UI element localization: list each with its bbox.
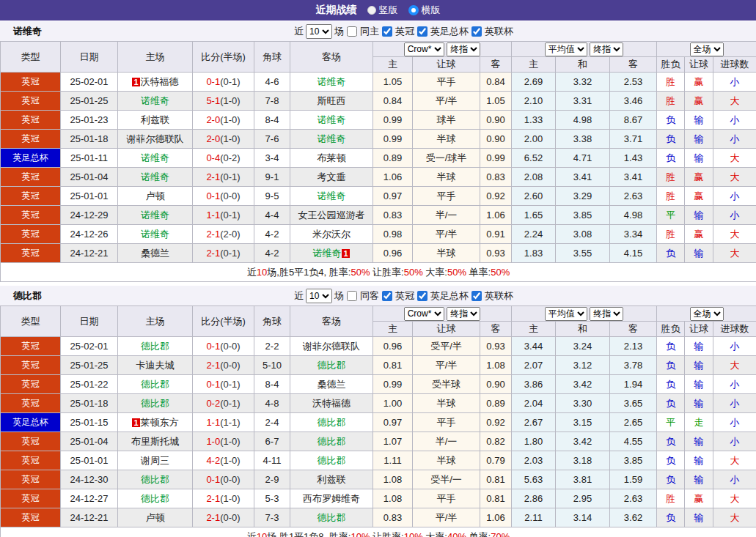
eu-away-odds: 2.63 [610,187,657,206]
ah-away-odds: 1.06 [480,508,512,527]
ah-handicap: 半/一 [413,206,480,225]
result-goals: 小 [713,206,756,225]
league-cell: 英冠 [1,73,61,92]
result-goals: 小 [713,394,756,413]
radio-vertical-icon [367,6,376,15]
home-team-cell: 诺维奇 [118,92,193,111]
results-table-norwich: 类型 日期 主场 比分(半场) 角球 客场 Crow* 终指 平均值 终指 全场 [0,41,756,282]
team-label: 诺维奇 [141,95,169,106]
team-label: 德比郡 [141,379,169,390]
league-championship-checkbox[interactable] [382,26,392,37]
ah-home-odds: 0.89 [373,149,413,168]
league-facup-checkbox[interactable] [417,26,427,37]
result-wdl: 负 [657,375,685,394]
team-label: 桑德兰 [141,248,169,259]
half-time-score: (0-1) [220,379,240,390]
ah-home-odds: 1.08 [373,470,413,489]
away-team-cell: 布莱顿 [290,149,373,168]
ah-away-odds: 0.82 [480,432,512,451]
recent-count-select[interactable]: 10 [306,24,332,39]
date-cell: 25-01-18 [61,130,118,149]
match-row: 英冠24-12-29诺维奇1-1(0-1)4-4女王公园巡游者0.83半/一1.… [1,206,756,225]
summary-segment: 单率: [466,531,491,537]
radio-vertical-layout[interactable]: 竖版 [367,4,398,17]
same-venue-checkbox[interactable] [347,26,357,37]
eu-draw-odds: 3.18 [556,451,610,470]
result-handicap: 输 [685,149,713,168]
radio-vertical-label: 竖版 [379,4,398,17]
score-cell: 1-1(1-1) [193,413,254,432]
corner-cell: 9-1 [254,168,290,187]
bookmaker-select[interactable]: Crow* [404,307,444,321]
half-time-score: (1-0) [220,455,240,466]
corner-cell: 6-7 [254,432,290,451]
ah-home-odds: 0.98 [373,225,413,244]
col-type: 类型 [1,42,61,73]
ah-handicap: 半球 [413,130,480,149]
col-handicap-result: 让球 [685,322,713,337]
col-eu-away: 客 [610,57,657,73]
ah-away-odds: 0.79 [480,451,512,470]
league-eflcup-checkbox[interactable] [471,291,482,301]
ah-home-odds: 0.83 [373,508,413,527]
eu-away-odds: 3.65 [610,394,657,413]
same-venue-checkbox[interactable] [347,291,357,301]
eu-draw-odds: 3.42 [556,432,610,451]
team-label: 谢菲尔德联队 [303,341,360,352]
result-wdl: 平 [657,413,685,432]
ah-away-odds: 0.81 [480,470,512,489]
eu-stage-select[interactable]: 终指 [590,42,623,56]
league-facup-checkbox[interactable] [417,291,427,301]
full-time-score: 0-4 [206,152,220,163]
average-select[interactable]: 平均值 [545,42,587,56]
ah-away-odds: 1.08 [480,356,512,375]
half-time-score: (1-0) [220,133,240,144]
ah-handicap: 半球 [413,394,480,413]
ah-stage-select[interactable]: 终指 [447,42,480,56]
score-cell: 2-1(1-0) [193,489,254,508]
col-away: 客场 [290,42,373,73]
match-row: 英冠25-01-01卢顿0-1(0-0)9-5诺维奇0.97平手0.922.60… [1,187,756,206]
col-ah-handicap: 让球 [413,57,480,73]
result-goals: 小 [713,432,756,451]
home-team-cell: 利兹联 [118,111,193,130]
result-wdl: 胜 [657,489,685,508]
ah-handicap: 平手 [413,73,480,92]
match-row: 英冠25-01-25卡迪夫城2-1(0-0)5-10德比郡0.81平/半1.08… [1,356,756,375]
league-cell: 英冠 [1,168,61,187]
corner-cell: 4-2 [254,225,290,244]
col-home: 主场 [118,306,193,337]
summary-segment: 10 [257,531,267,537]
summary-segment: 单率: [466,267,491,278]
same-venue-label: 同客 [360,289,379,303]
bookmaker-select[interactable]: Crow* [404,42,444,56]
eu-draw-odds: 3.55 [556,244,610,263]
radio-horizontal-layout[interactable]: 横版 [408,4,441,17]
match-row: 英冠25-01-18谢菲尔德联队2-0(1-0)7-6诺维奇0.99半球0.90… [1,130,756,149]
ah-home-odds: 1.11 [373,451,413,470]
summary-segment: 50% [404,267,423,278]
ah-stage-select[interactable]: 终指 [447,307,480,321]
section-header: 诺维奇 近 10 场 同主 英冠 英足总杯 英联杯 [0,21,756,41]
summary-segment: 近 [247,531,257,537]
eu-home-odds: 2.03 [512,451,556,470]
home-team-cell: 1沃特福德 [118,73,193,92]
league-eflcup-checkbox[interactable] [471,26,482,37]
scope-select[interactable]: 全场 [690,42,724,56]
ah-odds-group: Crow* 终指 [373,306,512,322]
average-select[interactable]: 平均值 [545,307,587,321]
col-eu-away: 客 [610,322,657,337]
eu-odds-group: 平均值 终指 [512,42,657,57]
half-time-score: (0-1) [220,248,240,259]
team-label: 沃特福德 [141,76,179,87]
full-time-score: 2-1 [206,493,220,504]
eu-stage-select[interactable]: 终指 [590,307,623,321]
team-label: 卢顿 [146,512,165,523]
team-label: 诺维奇 [318,133,346,144]
league-championship-checkbox[interactable] [382,291,392,301]
scope-select[interactable]: 全场 [690,307,724,321]
result-wdl: 负 [657,244,685,263]
home-team-cell: 卢顿 [118,508,193,527]
section-derby: 德比郡 近 10 场 同客 英冠 英足总杯 英联杯 类型 日期 主场 [0,285,756,537]
recent-count-select[interactable]: 10 [306,289,332,303]
